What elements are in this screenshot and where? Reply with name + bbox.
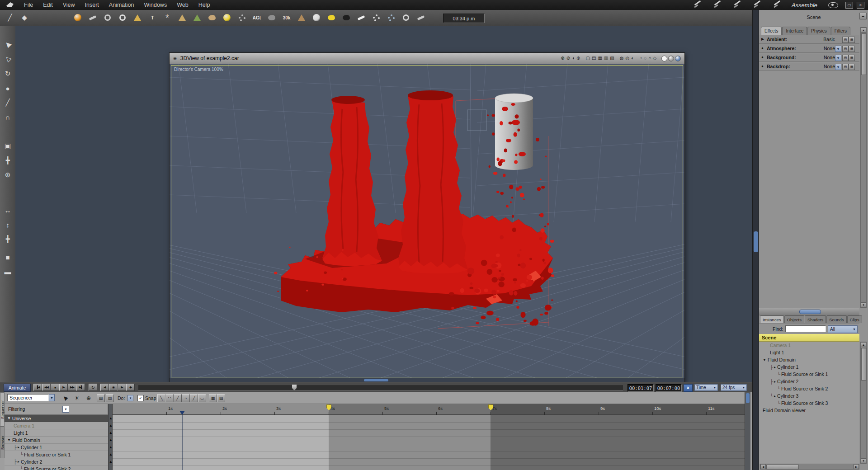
preview-gray-icon[interactable] xyxy=(668,56,674,61)
collapsed-arrow-icon[interactable]: ▸ xyxy=(18,460,19,464)
tiles-view-icon[interactable]: ▧ xyxy=(609,56,614,61)
play-button[interactable]: ▶ xyxy=(59,384,68,391)
move-xyz-icon[interactable]: ╋ xyxy=(0,233,15,245)
lips-icon[interactable] xyxy=(326,12,337,24)
sequencer-select[interactable]: Sequencer xyxy=(7,394,49,401)
tree-item[interactable]: └▸Cylinder 3 xyxy=(759,392,859,400)
dumbbell-icon[interactable] xyxy=(87,12,98,24)
dash-circle-icon[interactable]: ◌ xyxy=(643,56,647,61)
animate-button[interactable]: Animate xyxy=(4,384,31,392)
age-text-icon[interactable]: AGt xyxy=(251,12,262,24)
scroll-down-icon[interactable]: ▼ xyxy=(861,302,866,307)
filtering-select[interactable]: ▼ xyxy=(62,406,69,413)
tree-item[interactable]: └Fluid Source or Sink 1 xyxy=(759,371,859,378)
globe-cam-icon[interactable]: ◎ xyxy=(625,56,630,61)
disclosure-triangle-icon[interactable]: ▶ xyxy=(761,37,764,41)
viewport-hscroll-thumb[interactable] xyxy=(364,379,388,381)
expanded-arrow-icon[interactable]: ▼ xyxy=(7,416,11,420)
collapsed-arrow-icon[interactable]: ▸ xyxy=(774,394,776,398)
globe-shade-icon[interactable]: ◐ xyxy=(631,56,634,61)
timeline[interactable]: 1s2s3s4s5s6s7s8s9s10s11s xyxy=(113,404,745,470)
find-input[interactable] xyxy=(785,325,826,332)
sequencer-tree-item[interactable]: └Fluid Source or Sink 1 xyxy=(5,451,108,458)
current-time-field[interactable]: 00:01:07 xyxy=(627,384,654,392)
menu-item-file[interactable]: File xyxy=(19,0,38,10)
timeline-vscrollbar[interactable] xyxy=(745,392,750,470)
viewport-canvas[interactable] xyxy=(170,64,684,382)
scroll-thumb[interactable] xyxy=(766,465,799,470)
fast-rewind-button[interactable]: ◀◀ xyxy=(42,384,51,391)
pen-tool-icon[interactable]: ╱ xyxy=(5,12,15,24)
main-vscroll-thumb[interactable] xyxy=(754,231,758,252)
chevron-down-icon[interactable]: ▼ xyxy=(835,55,841,61)
menu-item-animation[interactable]: Animation xyxy=(104,0,139,10)
chevron-down-icon[interactable]: ▼ xyxy=(49,394,55,401)
expanded-arrow-icon[interactable]: ▼ xyxy=(7,438,11,442)
property-menu-button[interactable]: ▦ xyxy=(849,55,855,61)
globe-icon[interactable] xyxy=(102,12,113,24)
crosshair-icon[interactable]: ⊕ xyxy=(576,56,580,61)
direct-select-icon[interactable]: ▷ xyxy=(0,53,15,65)
wire-sphere-icon[interactable]: ○ xyxy=(648,56,651,61)
goto-start-button[interactable]: ▐◀ xyxy=(33,384,42,391)
tab-clips[interactable]: Clips xyxy=(847,315,862,323)
fountain-icon[interactable] xyxy=(386,12,396,24)
sequencer-tree-item[interactable]: ▼Universe xyxy=(5,415,108,422)
menu-item-help[interactable]: Help xyxy=(193,0,215,10)
pyramid-primitive-icon[interactable] xyxy=(177,12,188,24)
menu-item-edit[interactable]: Edit xyxy=(38,0,58,10)
add-key-button[interactable]: ◉ xyxy=(109,384,118,391)
property-stack-button[interactable]: ▤ xyxy=(842,37,849,43)
end-time-field[interactable]: 00:07:00 xyxy=(656,384,682,392)
scroll-up-icon[interactable]: ▲ xyxy=(861,28,866,33)
property-menu-button[interactable]: ▦ xyxy=(849,37,855,43)
eyedropper-icon[interactable]: ╱ xyxy=(0,97,15,108)
viewport-body[interactable]: Director's Camera 100% xyxy=(170,64,684,382)
tangent-dip-icon[interactable]: ◡ xyxy=(198,394,206,402)
tab-objects[interactable]: Objects xyxy=(784,315,804,323)
move-xy-icon[interactable]: ↔ xyxy=(0,204,15,216)
spinner-icon[interactable] xyxy=(117,12,128,24)
viewport-titlebar[interactable]: ◉ 3DView of example2.car ⊗⊘◖⊕▢▤▦▥▧◍◎◐◔◌○… xyxy=(170,53,684,64)
spray-icon[interactable] xyxy=(236,12,247,24)
plant-icon[interactable] xyxy=(192,12,203,24)
tree-hscrollbar[interactable]: ◀ ▶ xyxy=(760,464,859,470)
tab-sounds[interactable]: Sounds xyxy=(826,315,846,323)
magnet-icon[interactable]: ∩ xyxy=(0,111,15,123)
tree-item[interactable]: ├▸Cylinder 2 xyxy=(759,378,859,385)
anvil-icon[interactable] xyxy=(266,12,277,24)
preview-shaded-icon[interactable] xyxy=(675,56,681,61)
pen-icon[interactable] xyxy=(732,1,744,9)
speaker-icon[interactable]: ◖ xyxy=(571,56,575,61)
tree-item[interactable]: └Fluid Source or Sink 3 xyxy=(759,400,859,407)
cone-primitive-icon[interactable] xyxy=(132,12,143,24)
tree-item[interactable]: Light 1 xyxy=(759,349,859,356)
menu-item-insert[interactable]: Insert xyxy=(80,0,104,10)
tab-filters[interactable]: Filters xyxy=(831,27,850,35)
tab-shaders[interactable]: Shaders xyxy=(805,315,826,323)
collapsed-arrow-icon[interactable]: ▸ xyxy=(774,380,776,384)
scroll-right-icon[interactable]: ▶ xyxy=(854,464,859,469)
scene-root-header[interactable]: Scene xyxy=(759,334,859,342)
minimize-icon[interactable]: ▭ xyxy=(845,2,853,9)
collapsed-arrow-icon[interactable]: ▸ xyxy=(18,445,19,449)
tree-item[interactable]: Fluid Domain viewer xyxy=(759,407,859,414)
scene-vscrollbar[interactable]: ▲ ▼ xyxy=(860,27,867,308)
flat-view-icon[interactable]: ▢ xyxy=(585,56,590,61)
loop-button[interactable]: ↻ xyxy=(89,384,97,391)
text-primitive-icon[interactable]: T xyxy=(147,12,158,24)
bullet-icon[interactable]: ● xyxy=(761,55,764,59)
bone-icon[interactable] xyxy=(356,12,367,24)
columns-view-icon[interactable]: ▥ xyxy=(604,56,609,61)
key-options-button[interactable]: ◆ xyxy=(126,384,135,391)
tree-vscrollbar[interactable]: ▲ ▼ xyxy=(860,342,867,464)
ring-icon[interactable] xyxy=(401,12,411,24)
property-value[interactable]: None xyxy=(824,64,835,69)
property-stack-button[interactable]: ▤ xyxy=(842,64,849,70)
sphere-primitive-icon[interactable] xyxy=(72,12,83,24)
scroll-down-icon[interactable]: ▼ xyxy=(861,458,866,463)
scroll-thumb[interactable] xyxy=(861,348,867,381)
preview-flat-icon[interactable] xyxy=(661,56,667,61)
bank-icon[interactable]: ◇ xyxy=(652,56,657,61)
lowpoly-icon[interactable]: 30k xyxy=(281,12,292,24)
